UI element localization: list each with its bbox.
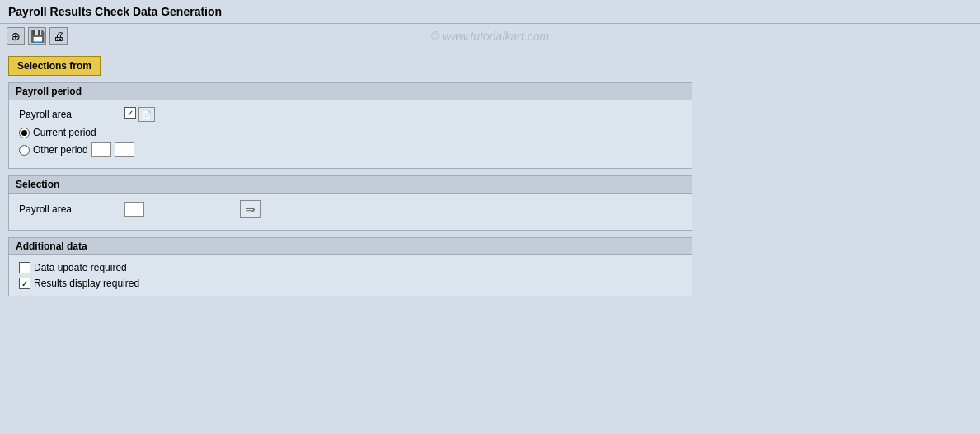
payroll-period-header: Payroll period — [9, 83, 692, 100]
payroll-period-body: Payroll area 📄 Current period Other peri… — [9, 100, 692, 168]
toolbar-icon-1[interactable]: ⊕ — [7, 27, 25, 45]
selections-from-button[interactable]: Selections from — [8, 56, 101, 76]
additional-data-body: Data update required Results display req… — [9, 255, 692, 296]
data-update-row: Data update required — [19, 262, 682, 273]
toolbar: ⊕ 💾 🖨 © www.tutorialkart.com — [0, 24, 980, 49]
selection-body: Payroll area ⇒ — [9, 194, 692, 230]
payroll-area-label: Payroll area — [19, 109, 118, 120]
results-display-checkbox[interactable] — [19, 278, 30, 289]
toolbar-icon-3[interactable]: 🖨 — [49, 27, 68, 45]
current-period-radio[interactable] — [19, 128, 30, 138]
additional-data-section: Additional data Data update required Res… — [8, 237, 692, 296]
payroll-area-icons: 📄 — [124, 107, 155, 122]
selection-header: Selection — [9, 176, 692, 194]
other-period-row: Other period — [19, 142, 682, 157]
toolbar-icon-2[interactable]: 💾 — [28, 27, 46, 45]
title-bar: Payroll Results Check Data Generation — [0, 0, 980, 24]
document-icon: 📄 — [142, 110, 152, 119]
additional-data-header: Additional data — [9, 238, 692, 255]
back-icon: ⊕ — [11, 30, 21, 43]
arrow-right-icon: ⇒ — [246, 203, 256, 216]
payroll-area-row: Payroll area 📄 — [19, 107, 682, 122]
other-period-field1[interactable] — [91, 142, 111, 157]
other-period-label: Other period — [33, 144, 88, 156]
payroll-area-icon-btn[interactable]: 📄 — [138, 107, 155, 122]
selection-section: Selection Payroll area ⇒ — [8, 175, 692, 231]
payroll-period-section: Payroll period Payroll area 📄 Current pe… — [8, 82, 692, 169]
results-display-row: Results display required — [19, 278, 682, 289]
other-period-field2[interactable] — [115, 142, 134, 157]
selection-payroll-area-row: Payroll area ⇒ — [19, 200, 682, 218]
other-period-radio[interactable] — [19, 145, 30, 156]
selection-payroll-area-label: Payroll area — [19, 203, 118, 215]
print-icon: 🖨 — [53, 30, 64, 43]
selection-payroll-area-input[interactable] — [124, 202, 144, 217]
current-period-row: Current period — [19, 127, 682, 138]
current-period-label: Current period — [33, 127, 96, 138]
data-update-checkbox[interactable] — [19, 262, 30, 273]
watermark: © www.tutorialkart.com — [431, 30, 549, 43]
data-update-label: Data update required — [34, 262, 127, 273]
results-display-label: Results display required — [34, 278, 139, 289]
page-title: Payroll Results Check Data Generation — [8, 5, 222, 18]
payroll-area-checkbox[interactable] — [124, 107, 136, 119]
main-content: Selections from Payroll period Payroll a… — [0, 49, 980, 310]
save-icon: 💾 — [30, 30, 45, 43]
arrow-button[interactable]: ⇒ — [240, 200, 261, 218]
